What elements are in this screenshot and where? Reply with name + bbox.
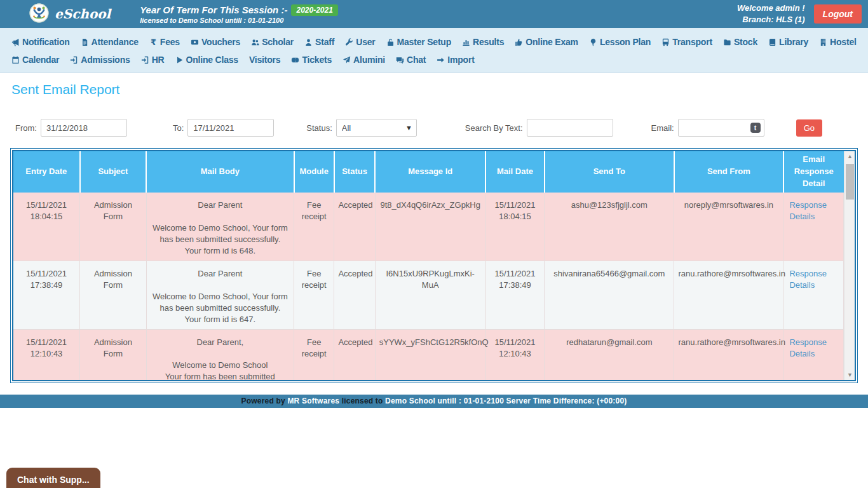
report-table-panel: Entry DateSubjectMail BodyModuleStatusMe… [10, 148, 858, 383]
nav-item-online-class[interactable]: Online Class [175, 55, 238, 65]
table-row: 15/11/2021 12:10:43Admission FormDear Pa… [13, 329, 844, 380]
logout-button[interactable]: Logout [814, 4, 862, 24]
sign-in-icon [70, 56, 78, 64]
rupee-icon: ₹ [149, 38, 158, 46]
nav-item-scholar[interactable]: Scholar [251, 37, 294, 47]
footer-text-segment: Powered by [241, 396, 288, 405]
nav-item-hr[interactable]: HR [141, 55, 165, 65]
nav-item-label: Alumini [353, 55, 385, 65]
from-label: From: [15, 123, 37, 133]
column-header-module: Module [294, 151, 334, 193]
cell-send-from: ranu.rathore@mrsoftwares.in [674, 329, 783, 380]
nav-item-vouchers[interactable]: Vouchers [191, 37, 240, 47]
book-icon [768, 38, 776, 46]
nav-item-user[interactable]: User [345, 37, 375, 47]
app-header: eSchool Year Of Term For This Session :-… [0, 0, 868, 28]
nav-item-hostel[interactable]: Hostel [819, 37, 857, 47]
email-label: Email: [651, 123, 674, 133]
cell-mail-date: 15/11/2021 12:10:43 [485, 329, 545, 380]
nav-item-fees[interactable]: ₹Fees [149, 37, 180, 47]
from-date-input[interactable] [41, 119, 127, 137]
nav-item-label: Visitors [249, 55, 281, 65]
cell-message-id: I6N15xU9RPKugLmxKi-MuA [375, 261, 485, 329]
nav-item-chat[interactable]: Chat [396, 55, 426, 65]
cell-send-to: shivanirana65466@gmail.com [545, 261, 674, 329]
eschool-logo-icon [29, 3, 49, 25]
scroll-down-arrow-icon[interactable]: ▼ [844, 370, 855, 380]
chat-with-support-button[interactable]: Chat with Supp... [6, 468, 100, 488]
nav-item-label: Vouchers [201, 37, 240, 47]
cell-message-id: 9t8_dX4qQ6irAzx_ZGpkHg [375, 193, 485, 261]
response-details-link[interactable]: Response Details [789, 269, 827, 290]
main-nav: NotificationAttendance₹FeesVouchersSchol… [0, 28, 868, 73]
cell-mail-body: Dear Parent Welcome to Demo School, Your… [146, 261, 294, 329]
session-info: Year Of Term For This Session :- 2020-20… [140, 4, 338, 24]
to-label: To: [173, 123, 184, 133]
cell-email-response-detail: Response Details [783, 193, 844, 261]
column-header-mail-date: Mail Date [485, 151, 545, 193]
nav-item-lesson-plan[interactable]: Lesson Plan [589, 37, 651, 47]
nav-item-admissions[interactable]: Admissions [70, 55, 130, 65]
nav-item-alumini[interactable]: Alumini [342, 55, 385, 65]
nav-item-staff[interactable]: Staff [304, 37, 334, 47]
coin-icon [191, 38, 199, 46]
nav-item-tickets[interactable]: Tickets [291, 55, 332, 65]
nav-item-attendance[interactable]: Attendance [81, 37, 139, 47]
file-icon [81, 38, 89, 46]
footer-text-segment: MR Softwares [287, 396, 341, 405]
t-badge-icon[interactable]: t [750, 123, 761, 133]
cell-subject: Admission Form [80, 329, 147, 380]
nav-item-label: Chat [407, 55, 426, 65]
nav-item-results[interactable]: Results [462, 37, 504, 47]
cell-subject: Admission Form [80, 261, 147, 329]
cell-send-from: ranu.rathore@mrsoftwares.in [674, 261, 783, 329]
nav-item-import[interactable]: Import [437, 55, 474, 65]
nav-item-calendar[interactable]: Calendar [11, 55, 59, 65]
cell-status: Accepted [334, 193, 375, 261]
nav-item-library[interactable]: Library [768, 37, 808, 47]
calendar-icon [11, 56, 20, 64]
column-header-send-to: Send To [545, 151, 674, 193]
footer-text-segment: licensed to [342, 396, 385, 405]
welcome-text: Welcome admin ! Branch: HLS (1) [737, 3, 805, 25]
table-header-row: Entry DateSubjectMail BodyModuleStatusMe… [13, 151, 844, 193]
nav-item-stock[interactable]: Stock [723, 37, 757, 47]
search-by-text-label: Search By Text: [465, 123, 523, 133]
play-icon [175, 56, 184, 64]
cell-entry-date: 15/11/2021 17:38:49 [13, 261, 80, 329]
search-by-text-input[interactable] [527, 119, 613, 137]
nav-item-label: HR [152, 55, 165, 65]
brand-logo[interactable]: eSchool [29, 3, 111, 25]
welcome-branch: Branch: HLS (1) [737, 14, 805, 25]
go-button[interactable]: Go [796, 119, 822, 137]
cell-entry-date: 15/11/2021 18:04:15 [13, 193, 80, 261]
nav-item-transport[interactable]: Transport [661, 37, 712, 47]
scrollbar-thumb[interactable] [846, 164, 854, 200]
nav-item-label: Online Class [186, 55, 238, 65]
response-details-link[interactable]: Response Details [789, 337, 827, 358]
nav-item-label: Transport [672, 37, 712, 47]
nav-item-label: Hostel [830, 37, 857, 47]
vertical-scrollbar[interactable]: ▲ ▼ [844, 151, 855, 380]
comments-icon [396, 56, 404, 64]
cell-send-to: ashu@123sfjgljl.com [545, 193, 674, 261]
nav-item-label: Scholar [262, 37, 294, 47]
cell-subject: Admission Form [80, 193, 147, 261]
filter-bar: From: To: Status: All ▼ Search By Text: … [0, 119, 868, 137]
nav-item-online-exam[interactable]: Online Exam [515, 37, 578, 47]
report-table-scroll-area: Entry DateSubjectMail BodyModuleStatusMe… [13, 151, 844, 380]
to-date-input[interactable] [187, 119, 274, 137]
folder-icon [723, 38, 731, 46]
nav-item-label: Master Setup [397, 37, 452, 47]
nav-item-visitors[interactable]: Visitors [249, 55, 281, 65]
lightbulb-icon [589, 38, 597, 46]
response-details-link[interactable]: Response Details [789, 200, 827, 221]
nav-item-notification[interactable]: Notification [11, 37, 70, 47]
nav-item-master-setup[interactable]: Master Setup [386, 37, 452, 47]
nav-item-label: Import [447, 55, 474, 65]
cell-module: Fee receipt [294, 261, 334, 329]
nav-item-label: Fees [160, 37, 180, 47]
column-header-send-from: Send From [674, 151, 783, 193]
status-select[interactable]: All [336, 119, 417, 137]
scroll-up-arrow-icon[interactable]: ▲ [844, 151, 855, 161]
